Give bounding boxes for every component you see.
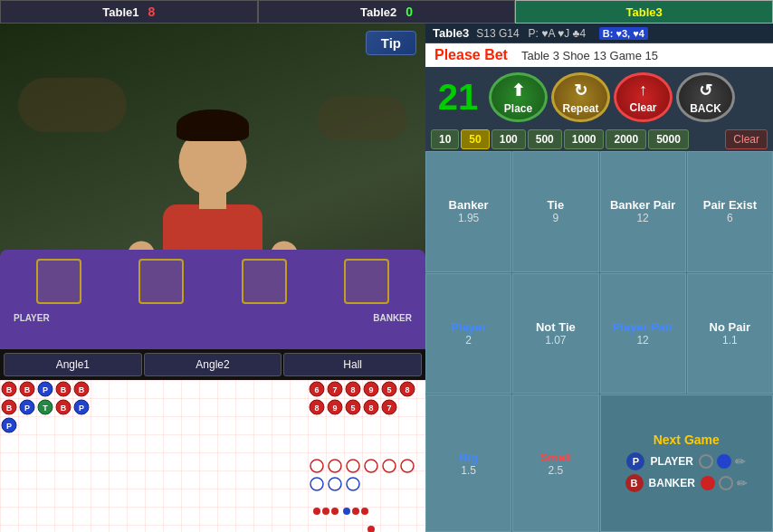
svg-text:P: P [24,404,30,413]
not-tie-name: Not Tie [536,320,576,334]
right-panel: Table3 S13 G14 P: ♥A ♥J ♣4 B: ♥3, ♥4 Ple… [425,24,773,532]
small-odds: 2.5 [549,464,564,477]
back-label: BACK [690,102,721,115]
svg-text:6: 6 [314,385,319,394]
player-pencil-icon[interactable]: ✏ [735,454,746,469]
banker-pencil-icon[interactable]: ✏ [737,476,748,490]
player-pair-bet[interactable]: Player Pair 12 [600,273,686,394]
svg-text:9: 9 [332,404,337,413]
not-tie-odds: 1.07 [545,334,566,347]
chip-1000[interactable]: 1000 [564,129,605,149]
chip-10[interactable]: 10 [431,129,459,149]
clear-action-label: Clear [629,101,656,114]
chip-50[interactable]: 50 [461,129,489,149]
tie-bet[interactable]: Tie 9 [512,151,598,272]
banker-ng-badge: B [625,474,644,492]
svg-text:7: 7 [332,385,337,394]
tie-odds: 9 [553,212,559,224]
action-row: 21 ⬆ Place ↻ Repeat ↑ Clear ↺ BACK [425,67,773,128]
big-number: 21 [431,77,485,118]
player-name: Player [451,320,486,334]
angle2-button[interactable]: Angle2 [144,353,282,376]
not-tie-bet[interactable]: Not Tie 1.07 [512,273,598,394]
banker-circle-empty[interactable] [719,476,733,490]
svg-point-56 [322,508,329,515]
banker-pair-odds: 12 [636,212,648,224]
pair-exist-odds: 6 [727,212,733,224]
player-circle-filled [717,454,731,469]
place-button[interactable]: ⬆ Place [489,72,548,122]
banker-odds: 1.95 [458,212,479,224]
banker-ng-label: BANKER [649,477,695,489]
player-ng-circles: ✏ [699,454,746,469]
table1-label: Table1 [102,5,138,19]
table1-tab[interactable]: Table1 8 [0,0,258,24]
tie-name: Tie [548,198,565,212]
right-header: Table3 S13 G14 P: ♥A ♥J ♣4 B: ♥3, ♥4 [425,24,773,43]
back-button[interactable]: ↺ BACK [676,72,735,122]
table3-label: Table3 [626,5,663,19]
chip-500[interactable]: 500 [528,129,562,149]
svg-text:P: P [79,404,84,413]
back-icon: ↺ [699,81,712,100]
table2-label: Table2 [360,5,396,19]
no-pair-odds: 1.1 [722,334,738,347]
banker-pair-bet[interactable]: Banker Pair 12 [600,151,686,272]
table1-score: 8 [148,5,156,19]
chip-2000[interactable]: 2000 [606,129,646,149]
svg-text:B: B [61,404,67,413]
small-name: Small [540,451,572,464]
repeat-button[interactable]: ↻ Repeat [551,72,610,122]
chip-clear-button[interactable]: Clear [725,129,768,149]
game-info-text: Table 3 Shoe 13 Game 15 [521,49,658,62]
svg-text:5: 5 [350,404,355,413]
video-area: Tip OMB-03 (+855) 87 587141 PLAYER BANKE [0,24,425,349]
svg-text:8: 8 [350,385,355,394]
left-panel: Tip OMB-03 (+855) 87 587141 PLAYER BANKE [0,24,425,532]
player-pair-name: Player Pair [613,320,673,334]
banker-circle-filled [701,476,715,490]
banker-card-badge: B: ♥3, ♥4 [599,27,648,40]
please-bet-bar: Please Bet Table 3 Shoe 13 Game 15 [425,43,773,67]
repeat-icon: ↻ [574,81,587,100]
tip-button[interactable]: Tip [366,31,416,55]
svg-text:B: B [24,385,31,394]
svg-text:P: P [6,422,12,431]
next-game-cell: Next Game P PLAYER ✏ B BANKER [600,394,774,532]
svg-point-55 [313,508,320,515]
pair-exist-name: Pair Exist [703,198,757,212]
chip-100[interactable]: 100 [491,129,526,149]
chip-row: 10 50 100 500 1000 2000 5000 Clear [425,128,773,151]
banker-ng-circles: ✏ [701,476,748,490]
svg-text:7: 7 [386,404,391,413]
place-icon: ⬆ [511,81,525,100]
svg-text:B: B [6,404,13,413]
svg-text:8: 8 [314,404,319,413]
svg-text:B: B [79,385,85,394]
svg-text:B: B [61,385,67,394]
hall-button[interactable]: Hall [283,353,422,376]
top-bar: Table1 8 Table2 0 Table3 [0,0,773,24]
angle1-button[interactable]: Angle1 [4,353,142,376]
pair-exist-bet[interactable]: Pair Exist 6 [687,151,773,272]
table2-tab[interactable]: Table2 0 [258,0,516,24]
player-ng-badge: P [626,452,644,470]
no-pair-bet[interactable]: No Pair 1.1 [687,273,773,394]
player-next-game-row: P PLAYER ✏ [626,452,746,470]
big-bet[interactable]: Big 1.5 [425,394,511,532]
place-label: Place [504,102,532,115]
player-circle-empty[interactable] [699,454,713,469]
right-header-info: S13 G14 P: ♥A ♥J ♣4 [476,27,592,40]
player-pair-odds: 12 [636,334,648,347]
player-bet[interactable]: Player 2 [425,273,511,394]
please-bet-text: Please Bet [434,47,508,63]
bet-grid: Banker 1.95 Tie 9 Banker Pair 12 Pair Ex… [425,151,773,532]
banker-bet[interactable]: Banker 1.95 [425,151,511,272]
svg-text:T: T [43,404,48,413]
chip-5000[interactable]: 5000 [648,129,689,149]
felt-banker-label: BANKER [373,313,412,323]
big-name: Big [459,451,478,464]
small-bet[interactable]: Small 2.5 [512,394,598,532]
table3-tab[interactable]: Table3 [515,0,773,24]
clear-action-button[interactable]: ↑ Clear [614,72,673,122]
